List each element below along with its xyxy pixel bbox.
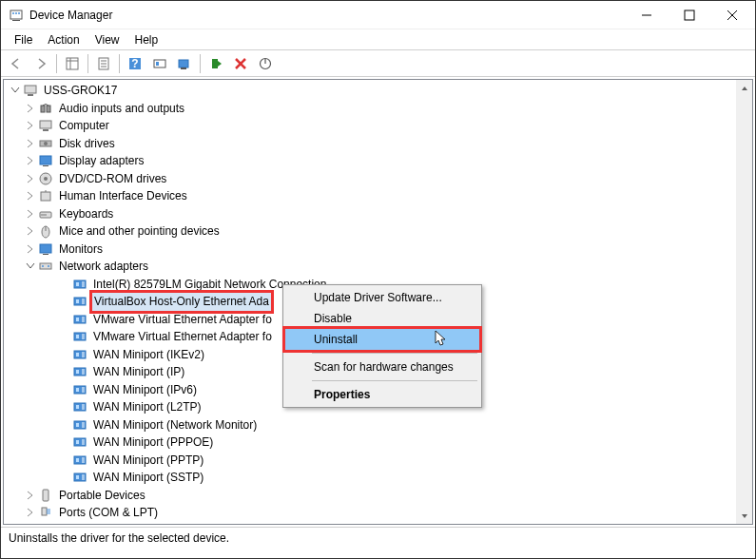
node-label: Disk drives: [57, 135, 117, 153]
minimize-button[interactable]: [625, 2, 668, 29]
ctx-properties[interactable]: Properties: [285, 384, 479, 405]
device-icon: [38, 101, 53, 116]
scan-hardware-button[interactable]: [173, 52, 196, 75]
help-button[interactable]: ?: [124, 52, 146, 75]
node-label: Mice and other pointing devices: [57, 222, 222, 241]
tree-node[interactable]: WAN Miniport (PPTP): [8, 452, 752, 470]
node-label: WAN Miniport (L2TP): [91, 398, 204, 416]
tree-node[interactable]: Ports (COM & LPT): [8, 504, 752, 522]
node-label: WAN Miniport (IPv6): [91, 381, 199, 399]
status-bar: Uninstalls the driver for the selected d…: [1, 527, 755, 549]
node-label: Print queues: [57, 522, 125, 526]
chevron-right-icon[interactable]: [23, 188, 38, 203]
chevron-right-icon[interactable]: [23, 223, 38, 239]
properties-button[interactable]: [92, 52, 115, 75]
tree-node[interactable]: Monitors: [8, 241, 752, 259]
chevron-right-icon[interactable]: [23, 505, 38, 520]
update-driver-button[interactable]: [148, 52, 171, 75]
tree-node[interactable]: Keyboards: [8, 205, 752, 223]
node-label: Ports (COM & LPT): [57, 504, 160, 522]
node-label: Computer: [57, 117, 111, 135]
tree-node[interactable]: WAN Miniport (Network Monitor): [8, 416, 752, 434]
category-label: Network adapters: [57, 258, 150, 276]
svg-rect-107: [76, 475, 79, 479]
svg-point-49: [42, 265, 44, 267]
maximize-button[interactable]: [668, 2, 710, 29]
node-label: Human Interface Devices: [57, 187, 189, 205]
back-button[interactable]: [5, 52, 28, 75]
chevron-right-icon[interactable]: [23, 101, 38, 116]
svg-rect-92: [76, 423, 79, 427]
svg-rect-77: [76, 370, 79, 374]
svg-rect-102: [76, 458, 79, 462]
device-icon: [72, 294, 87, 309]
chevron-right-icon[interactable]: [23, 118, 38, 133]
node-label: Display adapters: [57, 152, 145, 170]
svg-rect-62: [76, 318, 79, 321]
svg-rect-87: [76, 405, 79, 409]
tree-node[interactable]: Mice and other pointing devices: [8, 222, 752, 241]
ctx-uninstall[interactable]: Uninstall: [285, 329, 479, 350]
device-icon: [72, 470, 87, 485]
tree-node[interactable]: Portable Devices: [8, 487, 752, 505]
chevron-right-icon[interactable]: [23, 206, 38, 222]
computer-icon: [23, 83, 38, 98]
chevron-right-icon[interactable]: [23, 171, 38, 186]
node-label: Keyboards: [57, 205, 115, 223]
node-label: Portable Devices: [57, 487, 147, 505]
device-icon: [72, 364, 87, 379]
ctx-disable[interactable]: Disable: [285, 308, 479, 329]
ctx-scan[interactable]: Scan for hardware changes: [285, 357, 479, 377]
tree-node[interactable]: Human Interface Devices: [8, 187, 752, 205]
svg-line-7: [727, 10, 737, 20]
svg-point-3: [15, 12, 17, 14]
device-icon: [38, 153, 53, 168]
menu-view[interactable]: View: [87, 31, 127, 48]
tree-node[interactable]: Disk drives: [8, 135, 752, 153]
tree-node[interactable]: Print queues: [8, 522, 752, 526]
chevron-right-icon[interactable]: [23, 523, 38, 525]
svg-rect-82: [76, 388, 79, 392]
svg-rect-0: [10, 10, 22, 19]
tree-node[interactable]: Display adapters: [8, 152, 752, 170]
show-hide-tree-button[interactable]: [61, 52, 84, 75]
device-icon: [72, 329, 87, 344]
tree-node[interactable]: Computer: [8, 117, 752, 135]
svg-rect-28: [41, 106, 45, 112]
chevron-right-icon[interactable]: [23, 488, 38, 503]
close-button[interactable]: [710, 2, 753, 29]
svg-rect-111: [43, 490, 48, 501]
disable-button[interactable]: [254, 52, 277, 75]
tree-node[interactable]: WAN Miniport (SSTP): [8, 469, 752, 487]
cursor-icon: [436, 331, 451, 346]
uninstall-button[interactable]: [229, 52, 252, 75]
status-text: Uninstalls the driver for the selected d…: [9, 531, 229, 545]
svg-rect-21: [181, 67, 186, 69]
menu-action[interactable]: Action: [40, 31, 87, 48]
device-icon: [38, 505, 53, 520]
tree-root[interactable]: USS-GROK17: [8, 82, 752, 100]
forward-button[interactable]: [29, 52, 52, 75]
vertical-scrollbar[interactable]: [736, 80, 752, 524]
tree-node[interactable]: Audio inputs and outputs: [8, 100, 752, 118]
scroll-up-button[interactable]: [736, 80, 752, 96]
enable-button[interactable]: [204, 52, 227, 75]
category-network-adapters[interactable]: Network adapters: [8, 258, 752, 276]
chevron-right-icon[interactable]: [23, 136, 38, 151]
node-label: WAN Miniport (IP): [91, 363, 186, 381]
device-icon: [38, 523, 53, 525]
chevron-down-icon[interactable]: [23, 259, 38, 274]
menu-help[interactable]: Help: [127, 31, 166, 48]
node-label: WAN Miniport (SSTP): [91, 469, 205, 487]
root-label: USS-GROK17: [42, 82, 119, 100]
chevron-right-icon[interactable]: [23, 153, 38, 168]
menu-file[interactable]: File: [7, 31, 40, 48]
scroll-down-button[interactable]: [736, 508, 752, 524]
ctx-update-driver[interactable]: Update Driver Software...: [285, 287, 479, 308]
tree-node[interactable]: DVD/CD-ROM drives: [8, 170, 752, 188]
node-label: DVD/CD-ROM drives: [57, 170, 168, 188]
tree-node[interactable]: WAN Miniport (PPPOE): [8, 434, 752, 452]
device-icon: [72, 399, 87, 414]
chevron-down-icon[interactable]: [8, 83, 23, 98]
chevron-right-icon[interactable]: [23, 241, 38, 257]
